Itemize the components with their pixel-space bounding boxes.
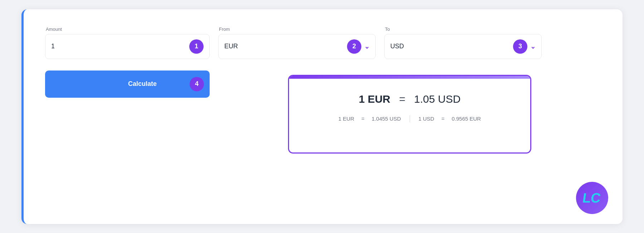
result-card-bar: [289, 76, 530, 79]
from-chevron-icon: ⌄: [364, 43, 370, 50]
to-field-group: To USD 3 ⌄: [384, 26, 542, 59]
calculate-button-label: Calculate: [95, 80, 190, 88]
sub-eq2: =: [441, 116, 445, 122]
svg-text:LC: LC: [582, 190, 602, 205]
sub-from-rate: 1.0455 USD: [372, 116, 401, 122]
result-main-result: 1.05 USD: [414, 93, 460, 105]
bottom-row: Calculate 4 1 EUR = 1.05 USD 1 EUR: [45, 71, 601, 154]
result-sub-to: 1 USD = 0.9565 EUR: [419, 116, 481, 122]
result-card: 1 EUR = 1.05 USD 1 EUR = 1.0455 USD: [288, 75, 531, 154]
amount-label: Amount: [45, 26, 210, 32]
result-section: 1 EUR = 1.05 USD 1 EUR = 1.0455 USD: [218, 75, 601, 154]
from-step-badge: 2: [347, 39, 361, 54]
amount-field-group: Amount 1: [45, 26, 210, 59]
logo-badge: LC: [576, 182, 608, 214]
main-card: Amount 1 From EUR 2 ⌄ To USD 3 ⌄: [21, 9, 623, 224]
result-main-from: EUR: [368, 93, 390, 105]
sub-eq1: =: [361, 116, 365, 122]
result-main: 1 EUR = 1.05 USD: [307, 93, 512, 105]
logo-icon: LC: [582, 188, 602, 208]
result-sub-from: 1 EUR = 1.0455 USD: [338, 116, 401, 122]
amount-step-badge: 1: [189, 39, 204, 54]
from-value: EUR: [224, 43, 347, 50]
to-select-wrap[interactable]: USD 3 ⌄: [384, 34, 542, 59]
amount-input-wrap: 1: [45, 34, 210, 59]
to-step-badge: 3: [513, 39, 527, 54]
calculate-button[interactable]: Calculate 4: [45, 71, 210, 98]
to-label: To: [384, 26, 542, 32]
from-field-group: From EUR 2 ⌄: [218, 26, 376, 59]
sub-from-amount: 1 EUR: [338, 116, 354, 122]
calculate-step-badge: 4: [190, 77, 204, 91]
to-value: USD: [390, 43, 513, 50]
top-row: Amount 1 From EUR 2 ⌄ To USD 3 ⌄: [45, 26, 601, 59]
result-equals: =: [399, 93, 405, 105]
to-chevron-icon: ⌄: [530, 43, 536, 50]
amount-input[interactable]: [51, 43, 189, 50]
result-card-body: 1 EUR = 1.05 USD 1 EUR = 1.0455 USD: [289, 79, 530, 135]
result-sub-divider: [410, 115, 410, 122]
result-sub: 1 EUR = 1.0455 USD 1 USD = 0.9565 EUR: [307, 115, 512, 122]
result-main-amount: 1: [359, 93, 365, 105]
from-select-wrap[interactable]: EUR 2 ⌄: [218, 34, 376, 59]
sub-to-amount: 1 USD: [419, 116, 434, 122]
from-label: From: [218, 26, 376, 32]
sub-to-rate: 0.9565 EUR: [452, 116, 481, 122]
